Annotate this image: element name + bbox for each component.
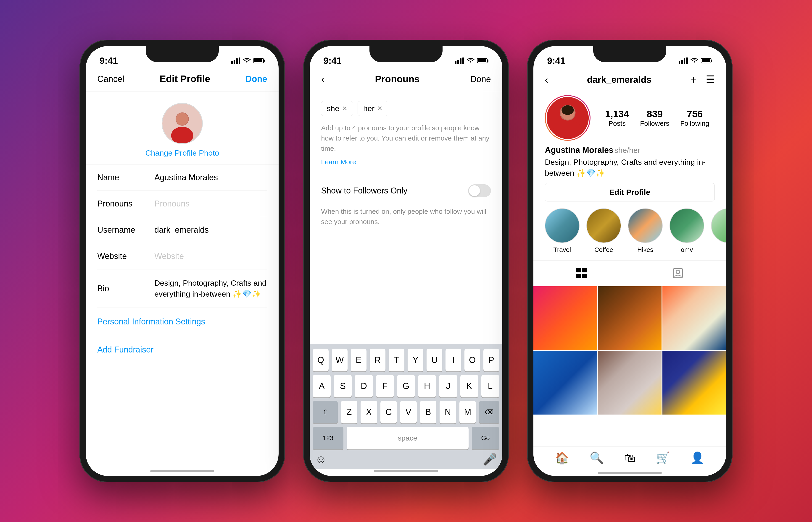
grid-item-5[interactable] xyxy=(598,351,662,415)
edit-profile-button[interactable]: Edit Profile xyxy=(545,183,715,201)
website-value: Website xyxy=(154,252,184,261)
key-u[interactable]: U xyxy=(427,348,442,372)
story-hikes-label: Hikes xyxy=(637,246,653,254)
svg-rect-18 xyxy=(679,61,680,64)
profile-avatar-large[interactable] xyxy=(545,95,591,141)
website-label: Website xyxy=(97,252,148,261)
key-space[interactable]: space xyxy=(347,427,468,449)
cancel-button[interactable]: Cancel xyxy=(97,74,124,84)
key-f[interactable]: F xyxy=(376,375,394,397)
story-c[interactable]: C xyxy=(711,208,726,254)
pronouns-done-button[interactable]: Done xyxy=(470,74,491,84)
name-field[interactable]: Name Agustina Morales xyxy=(97,164,267,191)
grid-item-3[interactable] xyxy=(662,286,726,350)
followers-label: Followers xyxy=(640,120,669,127)
key-z[interactable]: Z xyxy=(341,401,357,423)
pronouns-field[interactable]: Pronouns Pronouns xyxy=(97,191,267,217)
svg-rect-16 xyxy=(487,60,488,62)
story-coffee[interactable]: Coffee xyxy=(586,208,621,254)
nav-profile[interactable]: 👤 xyxy=(690,451,704,464)
back-button-3[interactable]: ‹ xyxy=(545,74,548,85)
key-q[interactable]: Q xyxy=(313,348,329,372)
svg-point-10 xyxy=(176,113,188,125)
key-o[interactable]: O xyxy=(464,348,480,372)
name-value: Agustina Morales xyxy=(154,173,218,182)
emoji-button[interactable]: ☺ xyxy=(315,453,327,466)
grid-tab[interactable] xyxy=(534,261,630,286)
personal-info-link[interactable]: Personal Information Settings xyxy=(86,308,278,336)
add-fundraiser-link[interactable]: Add Fundraiser xyxy=(86,336,278,364)
key-i[interactable]: I xyxy=(445,348,461,372)
key-a[interactable]: A xyxy=(313,375,331,397)
grid-item-1[interactable] xyxy=(534,286,597,350)
key-x[interactable]: X xyxy=(361,401,377,423)
svg-rect-2 xyxy=(236,58,238,64)
key-y[interactable]: Y xyxy=(408,348,423,372)
key-b[interactable]: B xyxy=(420,401,437,423)
mic-button[interactable]: 🎤 xyxy=(483,453,497,466)
key-k[interactable]: K xyxy=(460,375,478,397)
svg-rect-12 xyxy=(457,60,459,64)
add-icon[interactable]: + xyxy=(690,74,697,86)
key-l[interactable]: L xyxy=(481,375,499,397)
status-icons-2 xyxy=(455,58,489,64)
tagged-tab[interactable] xyxy=(630,261,726,286)
done-button[interactable]: Done xyxy=(246,74,267,84)
key-w[interactable]: W xyxy=(332,348,348,372)
story-hikes[interactable]: Hikes xyxy=(628,208,663,254)
nav-search[interactable]: 🔍 xyxy=(589,451,604,464)
svg-rect-31 xyxy=(576,268,581,273)
key-v[interactable]: V xyxy=(400,401,417,423)
key-t[interactable]: T xyxy=(389,348,404,372)
following-label: Following xyxy=(680,120,709,127)
bio-name: Agustina Morales xyxy=(545,145,613,155)
svg-rect-1 xyxy=(234,60,235,64)
nav-cart[interactable]: 🛒 xyxy=(656,451,670,464)
tag-her-remove[interactable]: ✕ xyxy=(377,105,383,112)
grid-item-6[interactable] xyxy=(662,351,726,415)
key-c[interactable]: C xyxy=(381,401,397,423)
key-n[interactable]: N xyxy=(440,401,456,423)
followers-toggle[interactable] xyxy=(468,184,491,197)
bio-pronouns: she/her xyxy=(615,146,640,155)
tag-she-remove[interactable]: ✕ xyxy=(342,105,347,112)
key-e[interactable]: E xyxy=(351,348,367,372)
key-g[interactable]: G xyxy=(397,375,415,397)
story-travel[interactable]: Travel xyxy=(545,208,580,254)
bio-label: Bio xyxy=(97,284,148,294)
key-d[interactable]: D xyxy=(355,375,373,397)
pronoun-tag-she[interactable]: she ✕ xyxy=(321,101,353,116)
phone-2: 9:41 xyxy=(303,40,509,482)
pronoun-tag-her[interactable]: her ✕ xyxy=(357,101,388,116)
svg-rect-6 xyxy=(254,59,263,62)
website-field[interactable]: Website Website xyxy=(97,243,267,269)
keyboard-row-1: Q W E R T Y U I O P xyxy=(313,348,499,372)
bio-field[interactable]: Bio Design, Photography, Crafts and ever… xyxy=(97,269,267,308)
grid-item-2[interactable] xyxy=(598,286,662,350)
key-s[interactable]: S xyxy=(334,375,352,397)
change-photo-link[interactable]: Change Profile Photo xyxy=(145,148,219,157)
key-shift[interactable]: ⇧ xyxy=(313,401,338,423)
key-p[interactable]: P xyxy=(483,348,499,372)
key-123[interactable]: 123 xyxy=(313,427,344,449)
key-r[interactable]: R xyxy=(370,348,385,372)
nav-home[interactable]: 🏠 xyxy=(555,451,569,464)
story-omv[interactable]: omv xyxy=(670,208,704,254)
show-followers-note: When this is turned on, only people who … xyxy=(310,206,502,236)
menu-icon[interactable]: ☰ xyxy=(706,74,715,86)
key-go[interactable]: Go xyxy=(472,427,499,449)
svg-rect-0 xyxy=(231,61,233,64)
key-m[interactable]: M xyxy=(460,401,476,423)
back-button-2[interactable]: ‹ xyxy=(321,74,325,85)
username-field[interactable]: Username dark_emeralds xyxy=(97,217,267,243)
pronouns-title: Pronouns xyxy=(375,74,420,85)
nav-shop[interactable]: 🛍 xyxy=(624,451,636,464)
key-j[interactable]: J xyxy=(439,375,457,397)
key-h[interactable]: H xyxy=(418,375,436,397)
learn-more-link[interactable]: Learn More xyxy=(310,158,502,175)
key-delete[interactable]: ⌫ xyxy=(479,401,499,423)
pronouns-description: Add up to 4 pronouns to your profile so … xyxy=(310,123,502,158)
avatar[interactable] xyxy=(162,103,203,144)
grid-item-4[interactable] xyxy=(534,351,597,415)
story-omv-circle xyxy=(670,208,704,243)
